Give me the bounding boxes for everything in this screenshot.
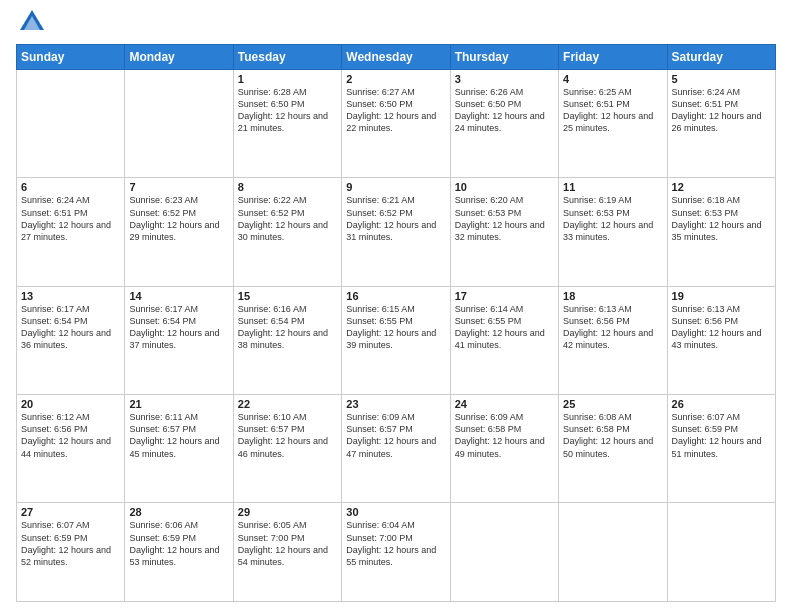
- day-info: Sunrise: 6:08 AM Sunset: 6:58 PM Dayligh…: [563, 411, 662, 460]
- day-number: 1: [238, 73, 337, 85]
- day-info: Sunrise: 6:25 AM Sunset: 6:51 PM Dayligh…: [563, 86, 662, 135]
- calendar-cell: 3Sunrise: 6:26 AM Sunset: 6:50 PM Daylig…: [450, 70, 558, 178]
- calendar-cell: 8Sunrise: 6:22 AM Sunset: 6:52 PM Daylig…: [233, 178, 341, 286]
- day-number: 27: [21, 506, 120, 518]
- day-info: Sunrise: 6:24 AM Sunset: 6:51 PM Dayligh…: [672, 86, 771, 135]
- day-number: 19: [672, 290, 771, 302]
- day-number: 10: [455, 181, 554, 193]
- day-info: Sunrise: 6:17 AM Sunset: 6:54 PM Dayligh…: [129, 303, 228, 352]
- day-number: 3: [455, 73, 554, 85]
- day-info: Sunrise: 6:26 AM Sunset: 6:50 PM Dayligh…: [455, 86, 554, 135]
- day-info: Sunrise: 6:20 AM Sunset: 6:53 PM Dayligh…: [455, 194, 554, 243]
- calendar-cell: 14Sunrise: 6:17 AM Sunset: 6:54 PM Dayli…: [125, 286, 233, 394]
- calendar-cell: 21Sunrise: 6:11 AM Sunset: 6:57 PM Dayli…: [125, 395, 233, 503]
- calendar-cell: 28Sunrise: 6:06 AM Sunset: 6:59 PM Dayli…: [125, 503, 233, 602]
- calendar-cell: [559, 503, 667, 602]
- calendar-week-row: 20Sunrise: 6:12 AM Sunset: 6:56 PM Dayli…: [17, 395, 776, 503]
- weekday-header: Saturday: [667, 45, 775, 70]
- day-info: Sunrise: 6:19 AM Sunset: 6:53 PM Dayligh…: [563, 194, 662, 243]
- day-info: Sunrise: 6:10 AM Sunset: 6:57 PM Dayligh…: [238, 411, 337, 460]
- day-number: 7: [129, 181, 228, 193]
- day-number: 8: [238, 181, 337, 193]
- day-info: Sunrise: 6:21 AM Sunset: 6:52 PM Dayligh…: [346, 194, 445, 243]
- weekday-header: Wednesday: [342, 45, 450, 70]
- calendar-cell: 20Sunrise: 6:12 AM Sunset: 6:56 PM Dayli…: [17, 395, 125, 503]
- calendar-cell: [450, 503, 558, 602]
- day-number: 24: [455, 398, 554, 410]
- day-number: 15: [238, 290, 337, 302]
- logo: [16, 12, 46, 36]
- calendar-cell: 19Sunrise: 6:13 AM Sunset: 6:56 PM Dayli…: [667, 286, 775, 394]
- day-info: Sunrise: 6:13 AM Sunset: 6:56 PM Dayligh…: [563, 303, 662, 352]
- day-number: 17: [455, 290, 554, 302]
- calendar-cell: 24Sunrise: 6:09 AM Sunset: 6:58 PM Dayli…: [450, 395, 558, 503]
- day-info: Sunrise: 6:16 AM Sunset: 6:54 PM Dayligh…: [238, 303, 337, 352]
- calendar-cell: [125, 70, 233, 178]
- calendar-cell: 26Sunrise: 6:07 AM Sunset: 6:59 PM Dayli…: [667, 395, 775, 503]
- day-number: 12: [672, 181, 771, 193]
- day-info: Sunrise: 6:14 AM Sunset: 6:55 PM Dayligh…: [455, 303, 554, 352]
- day-info: Sunrise: 6:18 AM Sunset: 6:53 PM Dayligh…: [672, 194, 771, 243]
- calendar-cell: 10Sunrise: 6:20 AM Sunset: 6:53 PM Dayli…: [450, 178, 558, 286]
- day-number: 16: [346, 290, 445, 302]
- weekday-header-row: SundayMondayTuesdayWednesdayThursdayFrid…: [17, 45, 776, 70]
- day-info: Sunrise: 6:24 AM Sunset: 6:51 PM Dayligh…: [21, 194, 120, 243]
- day-number: 28: [129, 506, 228, 518]
- calendar-cell: 25Sunrise: 6:08 AM Sunset: 6:58 PM Dayli…: [559, 395, 667, 503]
- day-info: Sunrise: 6:11 AM Sunset: 6:57 PM Dayligh…: [129, 411, 228, 460]
- calendar-table: SundayMondayTuesdayWednesdayThursdayFrid…: [16, 44, 776, 602]
- calendar-cell: 30Sunrise: 6:04 AM Sunset: 7:00 PM Dayli…: [342, 503, 450, 602]
- calendar-cell: [17, 70, 125, 178]
- calendar-cell: 4Sunrise: 6:25 AM Sunset: 6:51 PM Daylig…: [559, 70, 667, 178]
- day-info: Sunrise: 6:04 AM Sunset: 7:00 PM Dayligh…: [346, 519, 445, 568]
- logo-icon: [18, 8, 46, 36]
- day-number: 20: [21, 398, 120, 410]
- weekday-header: Thursday: [450, 45, 558, 70]
- calendar-cell: [667, 503, 775, 602]
- calendar-cell: 18Sunrise: 6:13 AM Sunset: 6:56 PM Dayli…: [559, 286, 667, 394]
- calendar-cell: 17Sunrise: 6:14 AM Sunset: 6:55 PM Dayli…: [450, 286, 558, 394]
- calendar-cell: 22Sunrise: 6:10 AM Sunset: 6:57 PM Dayli…: [233, 395, 341, 503]
- calendar-week-row: 6Sunrise: 6:24 AM Sunset: 6:51 PM Daylig…: [17, 178, 776, 286]
- day-number: 21: [129, 398, 228, 410]
- day-info: Sunrise: 6:07 AM Sunset: 6:59 PM Dayligh…: [672, 411, 771, 460]
- day-number: 9: [346, 181, 445, 193]
- day-info: Sunrise: 6:23 AM Sunset: 6:52 PM Dayligh…: [129, 194, 228, 243]
- day-number: 23: [346, 398, 445, 410]
- weekday-header: Monday: [125, 45, 233, 70]
- day-number: 29: [238, 506, 337, 518]
- day-number: 2: [346, 73, 445, 85]
- day-number: 26: [672, 398, 771, 410]
- calendar-cell: 13Sunrise: 6:17 AM Sunset: 6:54 PM Dayli…: [17, 286, 125, 394]
- page: SundayMondayTuesdayWednesdayThursdayFrid…: [0, 0, 792, 612]
- weekday-header: Sunday: [17, 45, 125, 70]
- header: [16, 12, 776, 36]
- calendar-week-row: 13Sunrise: 6:17 AM Sunset: 6:54 PM Dayli…: [17, 286, 776, 394]
- day-info: Sunrise: 6:27 AM Sunset: 6:50 PM Dayligh…: [346, 86, 445, 135]
- calendar-cell: 12Sunrise: 6:18 AM Sunset: 6:53 PM Dayli…: [667, 178, 775, 286]
- calendar-cell: 5Sunrise: 6:24 AM Sunset: 6:51 PM Daylig…: [667, 70, 775, 178]
- calendar-week-row: 27Sunrise: 6:07 AM Sunset: 6:59 PM Dayli…: [17, 503, 776, 602]
- day-number: 22: [238, 398, 337, 410]
- weekday-header: Friday: [559, 45, 667, 70]
- calendar-cell: 27Sunrise: 6:07 AM Sunset: 6:59 PM Dayli…: [17, 503, 125, 602]
- day-number: 14: [129, 290, 228, 302]
- day-info: Sunrise: 6:17 AM Sunset: 6:54 PM Dayligh…: [21, 303, 120, 352]
- day-info: Sunrise: 6:22 AM Sunset: 6:52 PM Dayligh…: [238, 194, 337, 243]
- day-info: Sunrise: 6:28 AM Sunset: 6:50 PM Dayligh…: [238, 86, 337, 135]
- calendar-cell: 2Sunrise: 6:27 AM Sunset: 6:50 PM Daylig…: [342, 70, 450, 178]
- day-number: 11: [563, 181, 662, 193]
- day-info: Sunrise: 6:09 AM Sunset: 6:57 PM Dayligh…: [346, 411, 445, 460]
- day-info: Sunrise: 6:15 AM Sunset: 6:55 PM Dayligh…: [346, 303, 445, 352]
- day-number: 4: [563, 73, 662, 85]
- calendar-cell: 11Sunrise: 6:19 AM Sunset: 6:53 PM Dayli…: [559, 178, 667, 286]
- calendar-cell: 6Sunrise: 6:24 AM Sunset: 6:51 PM Daylig…: [17, 178, 125, 286]
- calendar-cell: 7Sunrise: 6:23 AM Sunset: 6:52 PM Daylig…: [125, 178, 233, 286]
- calendar-cell: 23Sunrise: 6:09 AM Sunset: 6:57 PM Dayli…: [342, 395, 450, 503]
- calendar-cell: 1Sunrise: 6:28 AM Sunset: 6:50 PM Daylig…: [233, 70, 341, 178]
- day-info: Sunrise: 6:07 AM Sunset: 6:59 PM Dayligh…: [21, 519, 120, 568]
- weekday-header: Tuesday: [233, 45, 341, 70]
- day-info: Sunrise: 6:13 AM Sunset: 6:56 PM Dayligh…: [672, 303, 771, 352]
- day-number: 13: [21, 290, 120, 302]
- day-number: 30: [346, 506, 445, 518]
